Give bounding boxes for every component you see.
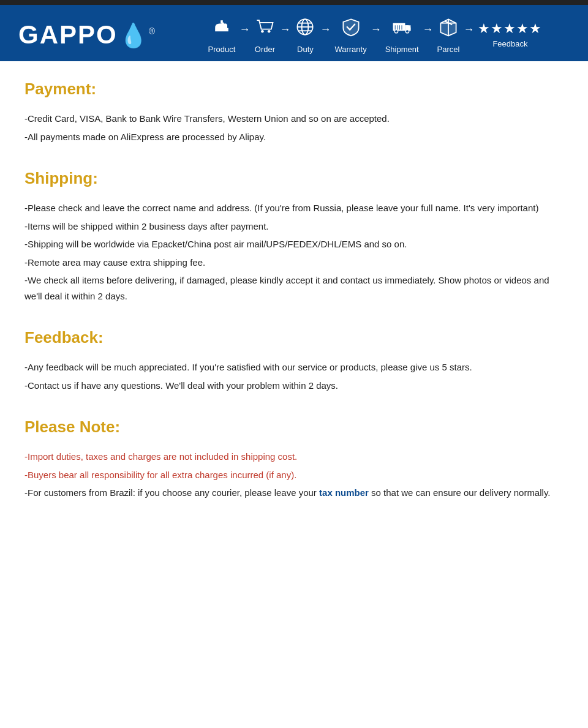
logo-text: GAPPO💧® bbox=[18, 22, 156, 48]
stars-icon: ★★★★★ bbox=[478, 22, 542, 36]
note-line-1: -Import duties, taxes and charges are no… bbox=[24, 449, 564, 465]
process-step-feedback: ★★★★★ Feedback bbox=[478, 22, 542, 48]
globe-icon bbox=[294, 16, 316, 41]
process-label-product: Product bbox=[208, 45, 236, 54]
arrow-3: → bbox=[320, 23, 331, 47]
note-line-3-before: -For customers from Brazil: if you choos… bbox=[24, 487, 319, 498]
process-label-order: Order bbox=[255, 45, 275, 54]
process-step-duty: Duty bbox=[294, 16, 316, 54]
note-line-2: -Buyers bear all responsibility for all … bbox=[24, 467, 564, 483]
note-tax-number-link: tax number bbox=[319, 487, 369, 498]
process-label-shipment: Shipment bbox=[385, 45, 419, 54]
arrow-5: → bbox=[423, 23, 434, 47]
please-note-section: Please Note: -Import duties, taxes and c… bbox=[24, 418, 564, 501]
feedback-line-1: -Any feedback will be much appreciated. … bbox=[24, 359, 564, 375]
truck-icon bbox=[391, 16, 413, 41]
feedback-title: Feedback: bbox=[24, 328, 564, 347]
arrow-4: → bbox=[371, 23, 382, 47]
shield-icon bbox=[340, 16, 362, 41]
payment-section: Payment: -Credit Card, VISA, Bank to Ban… bbox=[24, 80, 564, 144]
arrow-2: → bbox=[279, 23, 290, 47]
arrow-6: → bbox=[463, 23, 474, 47]
shipping-line-4: -Remote area may cause extra shipping fe… bbox=[24, 255, 564, 271]
shipping-line-2: -Items will be shipped within 2 business… bbox=[24, 219, 564, 235]
logo-drop-icon: 💧 bbox=[119, 24, 149, 47]
main-content: Payment: -Credit Card, VISA, Bank to Ban… bbox=[0, 61, 588, 550]
box-icon bbox=[437, 16, 459, 41]
top-bar bbox=[0, 0, 588, 5]
shipping-body: -Please check and leave the correct name… bbox=[24, 200, 564, 304]
process-step-parcel: Parcel bbox=[437, 16, 460, 54]
payment-line-2: -All payments made on AliExpress are pro… bbox=[24, 129, 564, 145]
feedback-section: Feedback: -Any feedback will be much app… bbox=[24, 328, 564, 393]
feedback-body: -Any feedback will be much appreciated. … bbox=[24, 359, 564, 393]
process-step-warranty: Warranty bbox=[334, 16, 366, 54]
svg-point-1 bbox=[262, 30, 265, 33]
shipping-section: Shipping: -Please check and leave the co… bbox=[24, 169, 564, 304]
payment-title: Payment: bbox=[24, 80, 564, 99]
process-label-parcel: Parcel bbox=[437, 45, 460, 54]
shipping-title: Shipping: bbox=[24, 169, 564, 188]
process-step-product: Product bbox=[208, 16, 236, 54]
logo-reg: ® bbox=[149, 26, 156, 36]
arrow-1: → bbox=[239, 23, 250, 47]
payment-line-1: -Credit Card, VISA, Bank to Bank Wire Tr… bbox=[24, 111, 564, 127]
process-step-order: Order bbox=[254, 16, 276, 54]
svg-point-2 bbox=[268, 30, 271, 33]
faucet-icon bbox=[211, 16, 233, 41]
svg-rect-0 bbox=[221, 20, 223, 23]
cart-icon bbox=[254, 16, 276, 41]
process-label-warranty: Warranty bbox=[334, 45, 366, 54]
svg-point-9 bbox=[394, 30, 398, 33]
note-line-3-after: so that we can ensure our delivery norma… bbox=[369, 487, 551, 498]
note-line-3: -For customers from Brazil: if you choos… bbox=[24, 485, 564, 501]
shipping-line-1: -Please check and leave the correct name… bbox=[24, 200, 564, 216]
shipping-line-3: -Shipping will be worldwide via Epacket/… bbox=[24, 236, 564, 252]
payment-body: -Credit Card, VISA, Bank to Bank Wire Tr… bbox=[24, 111, 564, 144]
note-line-2-text: -Buyers bear all responsibility for all … bbox=[24, 470, 296, 480]
process-label-duty: Duty bbox=[297, 45, 314, 54]
svg-rect-8 bbox=[393, 23, 405, 31]
shipping-line-5: -We check all items before delivering, i… bbox=[24, 272, 564, 304]
process-label-feedback: Feedback bbox=[492, 39, 527, 48]
please-note-title: Please Note: bbox=[24, 418, 564, 437]
please-note-body: -Import duties, taxes and charges are no… bbox=[24, 449, 564, 501]
header: GAPPO💧® Product → Ord bbox=[0, 5, 588, 61]
feedback-line-2: -Contact us if have any questions. We'll… bbox=[24, 378, 564, 394]
svg-point-10 bbox=[405, 30, 409, 33]
process-bar: Product → Order → bbox=[181, 16, 570, 54]
note-line-1-text: -Import duties, taxes and charges are no… bbox=[24, 451, 297, 462]
logo: GAPPO💧® bbox=[18, 22, 156, 48]
process-step-shipment: Shipment bbox=[385, 16, 419, 54]
